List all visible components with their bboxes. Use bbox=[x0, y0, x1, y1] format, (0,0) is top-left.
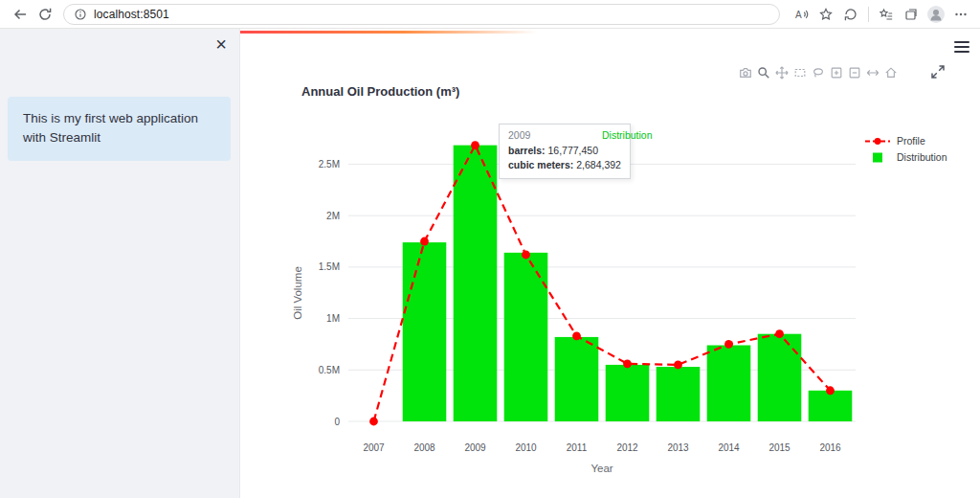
legend-marker bbox=[864, 136, 891, 147]
svg-text:A: A bbox=[795, 10, 802, 20]
legend-item-distribution[interactable]: Distribution bbox=[864, 151, 947, 163]
info-alert: This is my first web application with St… bbox=[8, 97, 231, 161]
url-text: localhost:8501 bbox=[94, 8, 169, 21]
back-button[interactable] bbox=[8, 2, 33, 27]
svg-text:2007: 2007 bbox=[363, 442, 385, 453]
svg-text:Year: Year bbox=[590, 463, 612, 474]
svg-text:2013: 2013 bbox=[667, 442, 689, 453]
svg-text:2011: 2011 bbox=[567, 442, 588, 453]
legend-item-profile[interactable]: Profile bbox=[864, 135, 947, 147]
legend-marker bbox=[864, 152, 891, 163]
info-alert-text: This is my first web application with St… bbox=[23, 111, 198, 145]
svg-text:2016: 2016 bbox=[819, 442, 841, 453]
tooltip-line: barrels: 16,777,450 bbox=[508, 144, 621, 158]
site-info-icon[interactable] bbox=[74, 8, 87, 21]
svg-text:1M: 1M bbox=[326, 313, 340, 324]
svg-text:2008: 2008 bbox=[413, 442, 435, 453]
svg-text:1.5M: 1.5M bbox=[319, 261, 340, 272]
chart-legend: ProfileDistribution bbox=[864, 135, 947, 163]
avatar[interactable] bbox=[924, 3, 947, 26]
browser-window: localhost:8501 A bbox=[0, 0, 980, 498]
legend-square-marker bbox=[864, 152, 891, 163]
refresh-button[interactable] bbox=[33, 2, 57, 27]
sidebar-close-button[interactable]: × bbox=[215, 34, 227, 54]
svg-text:Oil Volume: Oil Volume bbox=[292, 266, 303, 320]
tooltip-series-label: Distribution bbox=[602, 129, 653, 141]
more-icon[interactable] bbox=[949, 3, 972, 26]
toolbar-right-icons: A bbox=[790, 3, 972, 26]
svg-text:2M: 2M bbox=[326, 211, 340, 221]
read-aloud-icon[interactable]: A bbox=[790, 3, 813, 26]
url-bar[interactable]: localhost:8501 bbox=[63, 4, 780, 25]
browser-toolbar: localhost:8501 A bbox=[0, 0, 980, 29]
svg-text:2015: 2015 bbox=[768, 442, 791, 453]
svg-text:0.5M: 0.5M bbox=[319, 365, 340, 375]
svg-text:2009: 2009 bbox=[464, 442, 486, 453]
plot-area[interactable]: 00.5M1M1.5M2M2.5M20072008200920102011201… bbox=[240, 29, 980, 498]
tooltip-line: cubic meters: 2,684,392 bbox=[508, 158, 621, 172]
legend-label: Distribution bbox=[897, 151, 947, 163]
refresh-icon bbox=[37, 7, 53, 22]
collections-icon[interactable] bbox=[900, 3, 923, 26]
streamlit-app: × This is my first web application with … bbox=[0, 29, 980, 498]
svg-text:2012: 2012 bbox=[616, 442, 638, 453]
svg-text:2.5M: 2.5M bbox=[319, 159, 340, 170]
add-favorite-icon[interactable] bbox=[814, 3, 837, 26]
favorites-bar-icon[interactable] bbox=[875, 3, 898, 26]
svg-text:0: 0 bbox=[334, 417, 340, 427]
svg-text:2014: 2014 bbox=[718, 442, 740, 453]
sidebar: × This is my first web application with … bbox=[0, 29, 240, 498]
legend-label: Profile bbox=[897, 135, 925, 147]
legend-line-marker bbox=[864, 136, 891, 147]
circular-arrow-icon[interactable] bbox=[839, 3, 862, 26]
main-content: Annual Oil Production (m³) 00.5M1M1.5M2M… bbox=[240, 29, 980, 498]
svg-text:2010: 2010 bbox=[515, 442, 537, 453]
back-icon bbox=[12, 7, 28, 22]
toolbar-divider bbox=[868, 7, 869, 22]
